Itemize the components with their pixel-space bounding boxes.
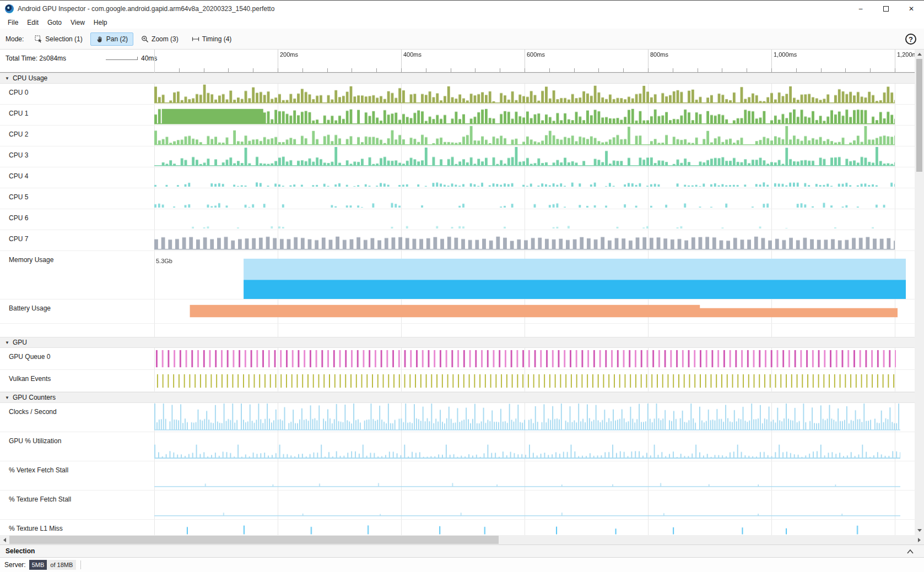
track-label: Memory Usage bbox=[0, 251, 154, 299]
tick-label: 400ms bbox=[403, 51, 422, 58]
selection-panel-header[interactable]: Selection bbox=[0, 544, 924, 558]
help-button[interactable]: ? bbox=[905, 34, 916, 45]
help-icon: ? bbox=[909, 35, 913, 43]
minimize-button[interactable]: – bbox=[848, 1, 873, 17]
track-row: % Texture Fetch Stall bbox=[0, 491, 915, 520]
track-chart[interactable] bbox=[154, 461, 900, 490]
maximize-button[interactable] bbox=[873, 1, 899, 17]
track-label: CPU 4 bbox=[0, 167, 154, 188]
track-chart[interactable] bbox=[154, 105, 895, 125]
scroll-down-button[interactable] bbox=[915, 526, 924, 535]
track-row: CPU 5 bbox=[0, 188, 915, 209]
window-title: Android GPU Inspector - com.google.andro… bbox=[18, 5, 274, 13]
section-header-gpu[interactable]: ▼GPU bbox=[0, 337, 915, 348]
track-label: Vulkan Events bbox=[0, 370, 154, 391]
collapse-arrow-icon: ▼ bbox=[5, 340, 9, 345]
track-chart[interactable] bbox=[154, 146, 895, 167]
track-row: Clocks / Second bbox=[0, 403, 915, 432]
titlebar: Android GPU Inspector - com.google.andro… bbox=[0, 0, 924, 17]
menu-item-goto[interactable]: Goto bbox=[43, 17, 66, 28]
memory-total-label: of 18MB bbox=[47, 562, 76, 568]
track-label: % Texture Fetch Stall bbox=[0, 491, 154, 519]
selection-mode-button[interactable]: Selection (1) bbox=[29, 32, 88, 46]
vertical-scrollbar-thumb[interactable] bbox=[916, 59, 922, 172]
track-chart[interactable] bbox=[154, 84, 895, 104]
track-chart[interactable] bbox=[154, 348, 896, 369]
chevron-up-icon bbox=[906, 549, 914, 554]
track-chart[interactable] bbox=[154, 167, 895, 188]
section-header-cpu-usage[interactable]: ▼CPU Usage bbox=[0, 73, 915, 84]
track-chart[interactable] bbox=[154, 370, 896, 391]
section-label: CPU Usage bbox=[13, 74, 47, 82]
track-chart[interactable] bbox=[154, 299, 898, 323]
track-row: GPU % Utilization bbox=[0, 432, 915, 461]
window-controls: – ✕ bbox=[848, 1, 924, 17]
memory-value-label: 5.3Gb bbox=[156, 258, 172, 264]
track-spacer bbox=[0, 324, 915, 337]
tick-label: 600ms bbox=[527, 51, 545, 58]
track-chart[interactable] bbox=[154, 209, 895, 230]
track-label: CPU 2 bbox=[0, 126, 154, 146]
track-row: CPU 1 bbox=[0, 105, 915, 126]
close-icon: ✕ bbox=[909, 5, 914, 13]
track-label: CPU 5 bbox=[0, 188, 154, 209]
menu-item-view[interactable]: View bbox=[66, 17, 89, 28]
track-chart[interactable] bbox=[154, 520, 900, 535]
statusbar: Server: 5MB of 18MB bbox=[0, 558, 924, 572]
track-chart[interactable] bbox=[154, 491, 900, 519]
ruler-ticks[interactable]: 200ms400ms600ms800ms1,000ms1,200ms bbox=[154, 50, 915, 73]
minimize-icon: – bbox=[859, 5, 863, 13]
scroll-up-button[interactable] bbox=[915, 50, 924, 59]
track-row: CPU 7 bbox=[0, 230, 915, 251]
track-chart[interactable] bbox=[154, 126, 895, 146]
section-label: GPU Counters bbox=[13, 394, 56, 401]
vertical-scrollbar[interactable] bbox=[915, 50, 924, 535]
pan-mode-button[interactable]: Pan (2) bbox=[90, 32, 133, 46]
menu-item-help[interactable]: Help bbox=[89, 17, 112, 28]
section-label: GPU bbox=[13, 339, 27, 346]
track-label: CPU 0 bbox=[0, 84, 154, 104]
track-chart[interactable] bbox=[154, 403, 900, 432]
scroll-right-button[interactable] bbox=[915, 535, 924, 544]
track-chart[interactable] bbox=[154, 251, 906, 299]
tool-button-label: Timing (4) bbox=[202, 35, 232, 43]
tick-label: 1,200ms bbox=[897, 51, 915, 58]
horizontal-scrollbar-thumb[interactable] bbox=[9, 536, 499, 544]
track-label: Battery Usage bbox=[0, 299, 154, 323]
status-separator bbox=[80, 560, 81, 569]
track-label: Clocks / Second bbox=[0, 403, 154, 432]
track-row: Memory Usage5.3Gb bbox=[0, 251, 915, 299]
timeline-content: Total Time: 2s084ms 40ms 200ms400ms600ms… bbox=[0, 50, 915, 535]
server-label: Server: bbox=[4, 561, 26, 569]
track-row: CPU 2 bbox=[0, 126, 915, 146]
section-header-gpu-counters[interactable]: ▼GPU Counters bbox=[0, 392, 915, 403]
scroll-left-button[interactable] bbox=[0, 535, 9, 544]
tick-label: 1,000ms bbox=[774, 51, 797, 58]
zoom-mode-button[interactable]: Zoom (3) bbox=[136, 32, 184, 46]
menubar: FileEditGotoViewHelp bbox=[0, 17, 924, 29]
tool-button-label: Pan (2) bbox=[106, 35, 128, 43]
menu-item-edit[interactable]: Edit bbox=[23, 17, 43, 28]
track-chart[interactable] bbox=[154, 432, 900, 461]
close-button[interactable]: ✕ bbox=[899, 1, 924, 17]
track-label: % Texture L1 Miss bbox=[0, 520, 154, 535]
tool-button-label: Zoom (3) bbox=[152, 35, 179, 43]
horizontal-scrollbar[interactable] bbox=[0, 535, 924, 544]
expand-panel-button[interactable] bbox=[906, 549, 914, 554]
menu-item-file[interactable]: File bbox=[3, 17, 23, 28]
track-row: CPU 0 bbox=[0, 84, 915, 105]
server-memory-indicator: 5MB of 18MB bbox=[29, 560, 77, 570]
track-label: CPU 3 bbox=[0, 146, 154, 167]
timing-mode-button[interactable]: Timing (4) bbox=[186, 32, 237, 46]
mode-label: Mode: bbox=[6, 35, 24, 43]
track-row: % Vertex Fetch Stall bbox=[0, 461, 915, 491]
track-chart[interactable] bbox=[154, 188, 895, 209]
right-arrow-icon bbox=[918, 538, 921, 542]
track-chart[interactable] bbox=[154, 230, 895, 250]
track-label: CPU 6 bbox=[0, 209, 154, 230]
track-row: CPU 6 bbox=[0, 209, 915, 230]
track-row: Vulkan Events bbox=[0, 370, 915, 392]
time-ruler[interactable]: Total Time: 2s084ms 40ms 200ms400ms600ms… bbox=[0, 50, 915, 73]
track-label: CPU 7 bbox=[0, 230, 154, 250]
down-arrow-icon bbox=[917, 529, 922, 532]
